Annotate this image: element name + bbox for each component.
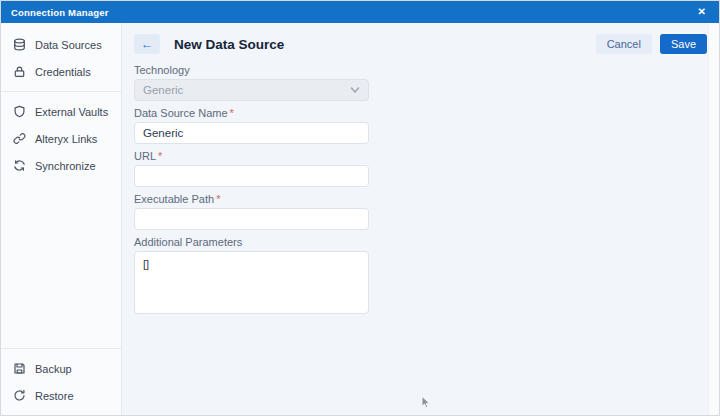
field-label: URL* bbox=[134, 150, 369, 162]
sidebar-divider bbox=[1, 91, 121, 92]
field-label: Executable Path* bbox=[134, 193, 369, 205]
sidebar-item-label: Backup bbox=[35, 363, 72, 375]
sidebar-item-backup[interactable]: Backup bbox=[1, 355, 121, 382]
field-label: Data Source Name* bbox=[134, 107, 369, 119]
sidebar-divider bbox=[1, 348, 121, 349]
mouse-cursor bbox=[421, 396, 433, 410]
back-arrow-icon: ← bbox=[141, 37, 153, 51]
field-label-text: URL bbox=[134, 150, 156, 162]
back-button[interactable]: ← bbox=[134, 34, 160, 54]
field-label: Technology bbox=[134, 64, 369, 76]
sidebar-item-label: Synchronize bbox=[35, 160, 96, 172]
window-title: Connection Manager bbox=[11, 7, 109, 18]
cancel-button[interactable]: Cancel bbox=[596, 34, 652, 54]
sidebar-item-label: Alteryx Links bbox=[35, 133, 97, 145]
sidebar-item-external-vaults[interactable]: External Vaults bbox=[1, 98, 121, 125]
sidebar: Data Sources Credentials External Vaults bbox=[1, 23, 122, 415]
required-marker: * bbox=[216, 193, 220, 205]
field-url: URL* bbox=[134, 150, 369, 187]
sidebar-item-alteryx-links[interactable]: Alteryx Links bbox=[1, 125, 121, 152]
data-source-form: Technology Generic Data Source Name* bbox=[134, 64, 369, 318]
sidebar-spacer bbox=[1, 179, 121, 342]
field-additional-parameters: Additional Parameters [] bbox=[134, 236, 369, 318]
sidebar-item-credentials[interactable]: Credentials bbox=[1, 58, 121, 85]
required-marker: * bbox=[158, 150, 162, 162]
window-body: Data Sources Credentials External Vaults bbox=[1, 23, 719, 415]
link-icon bbox=[13, 132, 26, 145]
title-bar: Connection Manager ✕ bbox=[1, 1, 719, 23]
restore-icon bbox=[13, 389, 26, 402]
data-source-name-input[interactable] bbox=[134, 122, 369, 144]
field-label: Additional Parameters bbox=[134, 236, 369, 248]
shield-icon bbox=[13, 105, 26, 118]
sidebar-item-label: Restore bbox=[35, 390, 74, 402]
url-input[interactable] bbox=[134, 165, 369, 187]
sidebar-bottom-group: Backup Restore bbox=[1, 342, 121, 409]
header-actions: Cancel Save bbox=[596, 34, 707, 54]
required-marker: * bbox=[230, 107, 234, 119]
technology-select[interactable]: Generic bbox=[134, 79, 369, 101]
field-executable-path: Executable Path* bbox=[134, 193, 369, 230]
field-data-source-name: Data Source Name* bbox=[134, 107, 369, 144]
sidebar-item-label: Credentials bbox=[35, 66, 91, 78]
save-disk-icon bbox=[13, 362, 26, 375]
field-label-text: Technology bbox=[134, 64, 190, 76]
field-label-text: Executable Path bbox=[134, 193, 214, 205]
sidebar-item-synchronize[interactable]: Synchronize bbox=[1, 152, 121, 179]
additional-parameters-textarea[interactable]: [] bbox=[134, 251, 369, 314]
connection-manager-window: Connection Manager ✕ Data Sources Creden… bbox=[0, 0, 720, 416]
page-title: New Data Source bbox=[174, 37, 284, 52]
sidebar-item-restore[interactable]: Restore bbox=[1, 382, 121, 409]
sync-icon bbox=[13, 159, 26, 172]
field-label-text: Data Source Name bbox=[134, 107, 228, 119]
scrollbar-track[interactable] bbox=[708, 23, 719, 415]
field-label-text: Additional Parameters bbox=[134, 236, 242, 248]
sidebar-item-label: External Vaults bbox=[35, 106, 108, 118]
page-header: ← New Data Source Cancel Save bbox=[122, 23, 719, 56]
chevron-down-icon bbox=[350, 85, 360, 95]
save-button[interactable]: Save bbox=[660, 34, 707, 54]
main-panel: ← New Data Source Cancel Save Technology… bbox=[122, 23, 719, 415]
sidebar-item-label: Data Sources bbox=[35, 39, 102, 51]
sidebar-item-data-sources[interactable]: Data Sources bbox=[1, 31, 121, 58]
lock-icon bbox=[13, 65, 26, 78]
executable-path-input[interactable] bbox=[134, 208, 369, 230]
close-icon[interactable]: ✕ bbox=[695, 5, 709, 19]
field-technology: Technology Generic bbox=[134, 64, 369, 101]
selected-value: Generic bbox=[143, 84, 350, 96]
database-icon bbox=[13, 38, 26, 51]
